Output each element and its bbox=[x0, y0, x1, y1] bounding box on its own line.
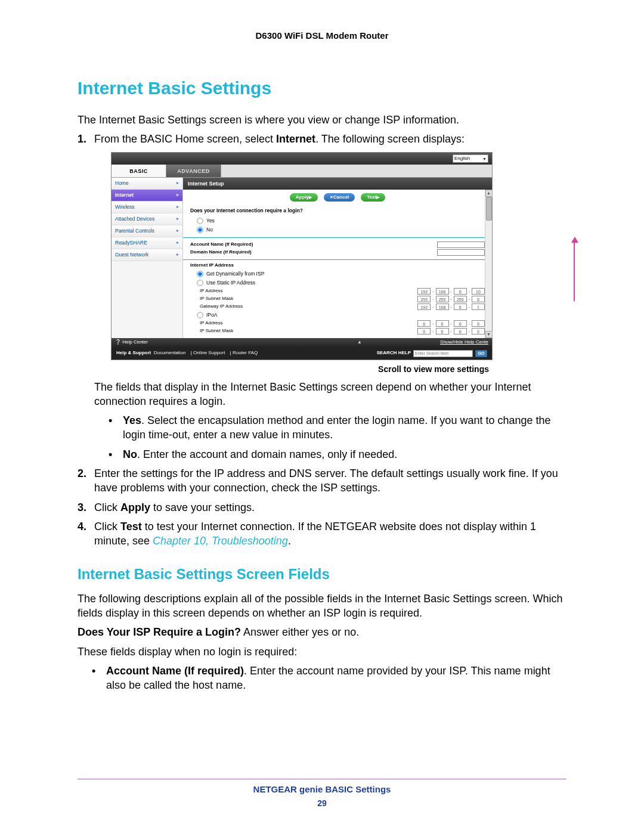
ipoa-subnet-label: IP Subnet Mask bbox=[200, 328, 233, 335]
radio-static-ip[interactable]: Use Static IP Address bbox=[196, 279, 485, 287]
sidebar-item-wireless[interactable]: Wireless bbox=[112, 202, 182, 213]
language-select[interactable]: English bbox=[453, 154, 488, 163]
domain-name-label: Domain Name (If Required) bbox=[190, 249, 252, 256]
sidebar-item-home[interactable]: Home bbox=[112, 178, 182, 190]
subnet-mask-input[interactable]: 255. 255. 255. 0 bbox=[417, 296, 485, 302]
fields-depend-text: The fields that display in the Internet … bbox=[94, 380, 566, 409]
bullet-account-name: Account Name (If required). Enter the ac… bbox=[106, 664, 566, 693]
radio-yes[interactable]: Yes bbox=[196, 217, 485, 225]
tab-advanced[interactable]: ADVANCED bbox=[166, 165, 221, 177]
page-footer: NETGEAR genie BASIC Settings 29 bbox=[0, 784, 644, 809]
page-header: D6300 WiFi DSL Modem Router bbox=[78, 30, 566, 42]
ipoa-subnet-input[interactable]: 0. 0. 0. 0 bbox=[417, 328, 485, 335]
help-support-links: Help & Support Documentation | Online Su… bbox=[116, 350, 261, 357]
sidebar: Home Internet Wireless Attached Devices … bbox=[112, 178, 183, 337]
fields-intro: The following descriptions explain all o… bbox=[78, 592, 566, 621]
scroll-caption: Scroll to view more settings bbox=[94, 364, 489, 375]
scroll-annotation-arrow bbox=[574, 241, 575, 301]
radio-ipoa[interactable]: IPoA bbox=[196, 311, 485, 319]
expand-icon[interactable]: ▲ bbox=[357, 339, 362, 346]
subnet-mask-label: IP Subnet Mask bbox=[200, 296, 233, 302]
domain-name-input[interactable] bbox=[437, 249, 485, 256]
heading-internet-basic-settings: Internet Basic Settings bbox=[78, 76, 566, 101]
link-online-support[interactable]: Online Support bbox=[193, 350, 225, 355]
step-1: From the BASIC Home screen, select Inter… bbox=[94, 132, 566, 462]
show-hide-help-link[interactable]: Show/Hide Help Cente bbox=[440, 339, 488, 346]
ipoa-ip-input[interactable]: 0. 0. 0. 0 bbox=[417, 320, 485, 327]
scroll-thumb[interactable] bbox=[486, 197, 492, 221]
scroll-down-icon[interactable]: ▼ bbox=[485, 331, 493, 338]
main-pane: Internet Setup Apply Cancel Test Does yo… bbox=[183, 178, 492, 337]
radio-no[interactable]: No bbox=[196, 226, 485, 234]
apply-button[interactable]: Apply bbox=[290, 193, 318, 202]
login-question-label: Does your Internet connection require a … bbox=[190, 208, 485, 214]
tab-basic[interactable]: BASIC bbox=[112, 165, 166, 177]
bullet-yes: Yes. Select the encapsulation method and… bbox=[123, 413, 566, 442]
bullet-no: No. Enter the account and domain names, … bbox=[123, 447, 566, 462]
help-center-label[interactable]: ❔ Help Center bbox=[115, 339, 148, 346]
isp-login-question: Does Your ISP Require a Login? Answer ei… bbox=[78, 625, 566, 639]
go-button[interactable]: GO bbox=[475, 350, 487, 357]
sidebar-item-readyshare[interactable]: ReadySHARE bbox=[112, 237, 182, 249]
sidebar-item-guest-network[interactable]: Guest Network bbox=[112, 249, 182, 261]
step-4: Click Test to test your Internet connect… bbox=[94, 519, 566, 549]
scroll-up-icon[interactable]: ▲ bbox=[485, 190, 493, 197]
step-3: Click Apply to save your settings. bbox=[94, 500, 566, 515]
sidebar-item-attached-devices[interactable]: Attached Devices bbox=[112, 213, 182, 225]
internet-ip-header: Internet IP Address bbox=[190, 262, 485, 269]
ip-address-label: IP Address bbox=[200, 288, 223, 295]
search-input[interactable]: Enter Search Item bbox=[413, 350, 473, 357]
search-help-label: SEARCH HELP bbox=[377, 350, 411, 357]
heading-screen-fields: Internet Basic Settings Screen Fields bbox=[78, 565, 566, 584]
radio-dynamic-ip[interactable]: Get Dynamically from ISP bbox=[196, 270, 485, 278]
gateway-input[interactable]: 192. 168. 0. 1 bbox=[417, 304, 485, 310]
sidebar-item-internet[interactable]: Internet bbox=[112, 190, 182, 202]
link-documentation[interactable]: Documentation bbox=[154, 350, 186, 355]
footer-rule bbox=[78, 779, 566, 779]
pane-title: Internet Setup bbox=[183, 178, 492, 190]
ipoa-ip-label: IP Address bbox=[200, 320, 223, 327]
no-login-intro: These fields display when no login is re… bbox=[78, 645, 566, 659]
link-router-faq[interactable]: Router FAQ bbox=[233, 350, 258, 355]
gateway-label: Gateway IP Address bbox=[200, 304, 243, 310]
intro-paragraph: The Internet Basic Settings screen is wh… bbox=[78, 113, 566, 127]
test-button[interactable]: Test bbox=[361, 193, 385, 202]
ip-address-input[interactable]: 192. 168. 0. 10 bbox=[417, 288, 485, 295]
step-2: Enter the settings for the IP address an… bbox=[94, 466, 566, 496]
account-name-label: Account Name (If Required) bbox=[190, 241, 253, 248]
account-name-input[interactable] bbox=[437, 241, 485, 248]
screenshot-internet-setup: English BASIC ADVANCED Home Internet Wir… bbox=[111, 152, 566, 360]
cancel-button[interactable]: Cancel bbox=[324, 193, 355, 202]
link-chapter-10[interactable]: Chapter 10, Troubleshooting bbox=[153, 535, 288, 547]
sidebar-item-parental-controls[interactable]: Parental Controls bbox=[112, 225, 182, 237]
scrollbar[interactable]: ▲ ▼ bbox=[485, 190, 492, 337]
